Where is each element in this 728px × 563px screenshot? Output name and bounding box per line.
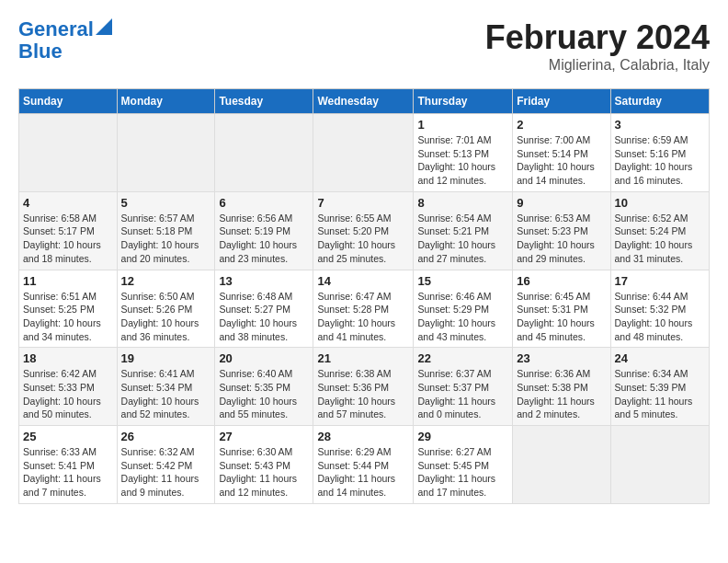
weekday-header: Wednesday (313, 89, 414, 114)
day-info: Sunrise: 6:48 AM Sunset: 5:27 PM Dayligh… (219, 290, 309, 344)
logo-text-blue: Blue (18, 40, 63, 63)
calendar-cell: 21Sunrise: 6:38 AM Sunset: 5:36 PM Dayli… (313, 348, 414, 426)
logo: General Blue (18, 18, 112, 63)
calendar-cell: 25Sunrise: 6:33 AM Sunset: 5:41 PM Dayli… (19, 426, 118, 504)
day-number: 12 (121, 274, 211, 288)
day-number: 23 (517, 351, 606, 365)
calendar-cell: 8Sunrise: 6:54 AM Sunset: 5:21 PM Daylig… (414, 191, 513, 270)
day-number: 26 (121, 430, 211, 443)
day-number: 22 (417, 351, 508, 365)
calendar-body: 1Sunrise: 7:01 AM Sunset: 5:13 PM Daylig… (19, 114, 710, 504)
day-number: 5 (121, 196, 211, 210)
calendar-header: SundayMondayTuesdayWednesdayThursdayFrid… (19, 89, 710, 114)
day-number: 1 (417, 118, 508, 132)
calendar-cell: 11Sunrise: 6:51 AM Sunset: 5:25 PM Dayli… (19, 270, 118, 348)
day-info: Sunrise: 6:52 AM Sunset: 5:24 PM Dayligh… (615, 212, 705, 266)
calendar-table: SundayMondayTuesdayWednesdayThursdayFrid… (18, 88, 710, 504)
calendar-cell: 18Sunrise: 6:42 AM Sunset: 5:33 PM Dayli… (19, 348, 118, 426)
day-number: 24 (615, 351, 705, 365)
day-number: 3 (615, 118, 705, 132)
weekday-header: Sunday (19, 89, 118, 114)
weekday-header: Thursday (414, 89, 513, 114)
calendar-cell: 24Sunrise: 6:34 AM Sunset: 5:39 PM Dayli… (610, 348, 709, 426)
day-info: Sunrise: 6:29 AM Sunset: 5:44 PM Dayligh… (317, 445, 409, 500)
calendar-cell: 29Sunrise: 6:27 AM Sunset: 5:45 PM Dayli… (414, 426, 513, 504)
header-row: SundayMondayTuesdayWednesdayThursdayFrid… (19, 89, 710, 114)
calendar-cell: 7Sunrise: 6:55 AM Sunset: 5:20 PM Daylig… (313, 191, 414, 270)
day-info: Sunrise: 6:56 AM Sunset: 5:19 PM Dayligh… (219, 212, 309, 266)
calendar-cell: 1Sunrise: 7:01 AM Sunset: 5:13 PM Daylig… (414, 114, 513, 192)
calendar-cell: 28Sunrise: 6:29 AM Sunset: 5:44 PM Dayli… (313, 426, 414, 504)
day-info: Sunrise: 6:33 AM Sunset: 5:41 PM Dayligh… (23, 445, 113, 500)
day-info: Sunrise: 6:50 AM Sunset: 5:26 PM Dayligh… (121, 290, 211, 344)
day-info: Sunrise: 6:45 AM Sunset: 5:31 PM Dayligh… (517, 290, 606, 344)
day-number: 25 (23, 430, 113, 443)
day-info: Sunrise: 6:41 AM Sunset: 5:34 PM Dayligh… (121, 367, 211, 421)
day-number: 4 (23, 196, 113, 210)
calendar-cell: 2Sunrise: 7:00 AM Sunset: 5:14 PM Daylig… (513, 114, 610, 192)
svg-marker-0 (96, 18, 112, 35)
calendar-cell: 16Sunrise: 6:45 AM Sunset: 5:31 PM Dayli… (513, 270, 610, 348)
calendar-week-row: 18Sunrise: 6:42 AM Sunset: 5:33 PM Dayli… (19, 348, 710, 426)
day-info: Sunrise: 6:44 AM Sunset: 5:32 PM Dayligh… (615, 290, 705, 344)
calendar-cell: 17Sunrise: 6:44 AM Sunset: 5:32 PM Dayli… (610, 270, 709, 348)
day-info: Sunrise: 6:47 AM Sunset: 5:28 PM Dayligh… (317, 290, 409, 344)
day-info: Sunrise: 6:54 AM Sunset: 5:21 PM Dayligh… (417, 212, 508, 266)
day-info: Sunrise: 6:53 AM Sunset: 5:23 PM Dayligh… (517, 212, 606, 266)
calendar-cell: 15Sunrise: 6:46 AM Sunset: 5:29 PM Dayli… (414, 270, 513, 348)
weekday-header: Tuesday (215, 89, 313, 114)
calendar-cell: 9Sunrise: 6:53 AM Sunset: 5:23 PM Daylig… (513, 191, 610, 270)
calendar-cell: 22Sunrise: 6:37 AM Sunset: 5:37 PM Dayli… (414, 348, 513, 426)
calendar-cell: 20Sunrise: 6:40 AM Sunset: 5:35 PM Dayli… (215, 348, 313, 426)
weekday-header: Saturday (610, 89, 709, 114)
calendar-cell (610, 426, 709, 504)
calendar-cell: 14Sunrise: 6:47 AM Sunset: 5:28 PM Dayli… (313, 270, 414, 348)
logo-text-general: General (18, 18, 94, 40)
calendar-cell: 19Sunrise: 6:41 AM Sunset: 5:34 PM Dayli… (117, 348, 215, 426)
calendar-cell: 26Sunrise: 6:32 AM Sunset: 5:42 PM Dayli… (117, 426, 215, 504)
day-info: Sunrise: 6:40 AM Sunset: 5:35 PM Dayligh… (219, 367, 309, 421)
day-number: 10 (615, 196, 705, 210)
day-info: Sunrise: 6:30 AM Sunset: 5:43 PM Dayligh… (219, 445, 309, 500)
calendar-cell (117, 114, 215, 192)
day-info: Sunrise: 7:01 AM Sunset: 5:13 PM Dayligh… (417, 133, 508, 188)
calendar-week-row: 4Sunrise: 6:58 AM Sunset: 5:17 PM Daylig… (19, 191, 710, 270)
day-info: Sunrise: 6:37 AM Sunset: 5:37 PM Dayligh… (417, 367, 508, 421)
calendar-cell: 23Sunrise: 6:36 AM Sunset: 5:38 PM Dayli… (513, 348, 610, 426)
day-number: 27 (219, 430, 309, 443)
day-number: 2 (517, 118, 606, 132)
day-info: Sunrise: 6:46 AM Sunset: 5:29 PM Dayligh… (417, 290, 508, 344)
day-number: 19 (121, 351, 211, 365)
day-number: 18 (23, 351, 113, 365)
calendar-cell: 27Sunrise: 6:30 AM Sunset: 5:43 PM Dayli… (215, 426, 313, 504)
day-info: Sunrise: 6:42 AM Sunset: 5:33 PM Dayligh… (23, 367, 113, 421)
day-number: 6 (219, 196, 309, 210)
day-info: Sunrise: 6:58 AM Sunset: 5:17 PM Dayligh… (23, 212, 113, 266)
day-info: Sunrise: 6:27 AM Sunset: 5:45 PM Dayligh… (417, 445, 508, 500)
calendar-week-row: 1Sunrise: 7:01 AM Sunset: 5:13 PM Daylig… (19, 114, 710, 192)
title-block: February 2024 Miglierina, Calabria, Ital… (485, 18, 710, 74)
day-info: Sunrise: 6:36 AM Sunset: 5:38 PM Dayligh… (517, 367, 606, 421)
calendar-week-row: 25Sunrise: 6:33 AM Sunset: 5:41 PM Dayli… (19, 426, 710, 504)
day-info: Sunrise: 7:00 AM Sunset: 5:14 PM Dayligh… (517, 133, 606, 188)
day-number: 9 (517, 196, 606, 210)
calendar-cell (215, 114, 313, 192)
main-title: February 2024 (485, 18, 710, 57)
day-info: Sunrise: 6:59 AM Sunset: 5:16 PM Dayligh… (615, 133, 705, 188)
calendar-cell: 4Sunrise: 6:58 AM Sunset: 5:17 PM Daylig… (19, 191, 118, 270)
day-number: 28 (317, 430, 409, 443)
weekday-header: Friday (513, 89, 610, 114)
calendar-cell: 13Sunrise: 6:48 AM Sunset: 5:27 PM Dayli… (215, 270, 313, 348)
day-number: 20 (219, 351, 309, 365)
calendar-cell: 12Sunrise: 6:50 AM Sunset: 5:26 PM Dayli… (117, 270, 215, 348)
calendar-cell (313, 114, 414, 192)
day-info: Sunrise: 6:51 AM Sunset: 5:25 PM Dayligh… (23, 290, 113, 344)
calendar-cell: 5Sunrise: 6:57 AM Sunset: 5:18 PM Daylig… (117, 191, 215, 270)
calendar-cell (513, 426, 610, 504)
day-info: Sunrise: 6:34 AM Sunset: 5:39 PM Dayligh… (615, 367, 705, 421)
day-number: 17 (615, 274, 705, 288)
sub-title: Miglierina, Calabria, Italy (485, 57, 710, 74)
day-number: 14 (317, 274, 409, 288)
day-number: 21 (317, 351, 409, 365)
page-header: General Blue February 2024 Miglierina, C… (18, 18, 710, 74)
